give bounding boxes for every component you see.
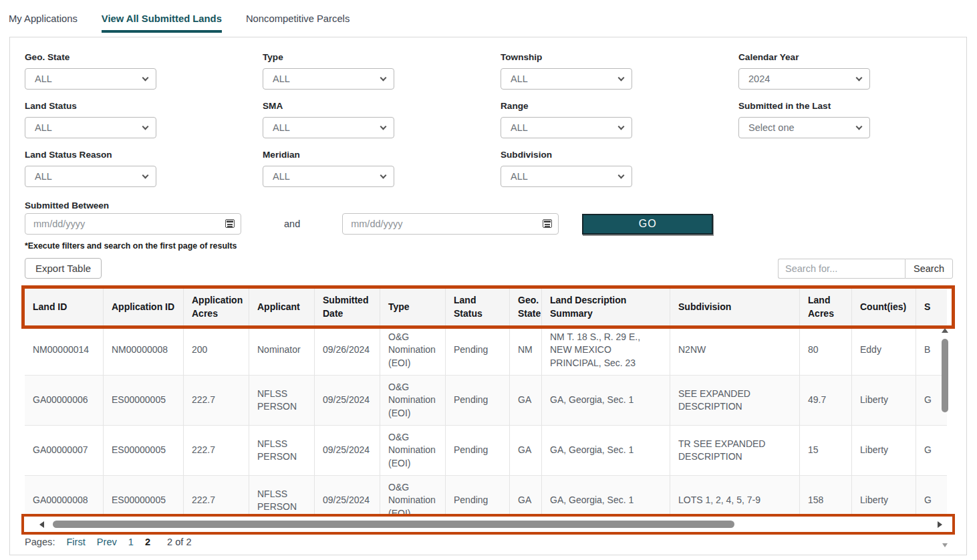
table-body: NM00000014NM00000008200Nominator09/26/20… [25, 325, 947, 515]
submitted-in-the-last-select[interactable]: Select one [738, 117, 870, 138]
table-cell: GA, Georgia, Sec. 1 [542, 476, 670, 515]
content-panel: Geo. StateALLTypeALLTownshipALLCalendar … [9, 37, 967, 555]
pagination: Pages: First Prev 12 2 of 2 [25, 537, 192, 547]
scroll-up-arrow-icon[interactable] [942, 328, 948, 333]
export-table-button[interactable]: Export Table [25, 258, 102, 279]
chevron-down-icon [380, 74, 387, 81]
filters-grid: Geo. StateALLTypeALLTownshipALLCalendar … [25, 52, 976, 187]
table-cell: Pending [446, 426, 510, 475]
table-cell: Pending [446, 376, 510, 425]
filter-label: Calendar Year [738, 52, 976, 62]
table-cell: Liberty [852, 426, 916, 475]
township-select[interactable]: ALL [501, 68, 632, 90]
pagination-page-2[interactable]: 2 [145, 537, 150, 547]
column-header: Submitted Date [315, 289, 380, 325]
table-search: Search [778, 259, 953, 279]
land-status-select[interactable]: ALL [25, 117, 156, 138]
table-row: NM00000014NM00000008200Nominator09/26/20… [25, 325, 947, 376]
table-cell: TR SEE EXPANDED DESCRIPTION [670, 426, 800, 475]
table-cell: 80 [800, 325, 852, 375]
tab-noncompetitive-parcels[interactable]: Noncompetitive Parcels [246, 13, 350, 33]
select-value: ALL [273, 74, 290, 84]
table-cell: LOTS 1, 2, 4, 5, 7-9 [670, 476, 800, 515]
chevron-down-icon [856, 123, 863, 130]
submitted-between-label: Submitted Between [25, 200, 109, 211]
table-cell: Pending [446, 325, 510, 375]
start-date-input[interactable] [25, 213, 241, 235]
table-cell: 15 [800, 426, 852, 475]
table-cell: 49.7 [800, 376, 852, 425]
chevron-down-icon [142, 123, 149, 130]
chevron-down-icon [142, 172, 149, 178]
table-cell: O&G Nomination (EOI) [380, 476, 446, 515]
submitted-between-row: and GO [25, 213, 713, 235]
table-cell: NM00000008 [104, 325, 184, 375]
pagination-summary: 2 of 2 [167, 537, 192, 547]
scroll-left-arrow-icon[interactable] [39, 521, 44, 528]
filter-label: SMA [263, 101, 501, 111]
table-cell: NM00000014 [25, 325, 104, 375]
vertical-scrollbar[interactable] [940, 292, 950, 551]
column-header: Type [380, 289, 446, 325]
filter-subdivision: SubdivisionALL [501, 150, 738, 187]
range-select[interactable]: ALL [501, 117, 632, 138]
horizontal-scrollbar[interactable] [25, 518, 948, 531]
meridian-select[interactable]: ALL [263, 166, 394, 187]
table-cell: NFLSS PERSON [249, 476, 315, 515]
chevron-down-icon [618, 74, 625, 81]
search-input[interactable] [778, 259, 905, 279]
go-button[interactable]: GO [582, 214, 713, 235]
submitted-lands-page: My Applications View All Submitted Lands… [0, 0, 977, 560]
table-cell: 222.7 [184, 476, 249, 515]
table-cell: ES00000005 [104, 376, 184, 425]
chevron-down-icon [618, 123, 625, 130]
calendar-icon[interactable] [543, 219, 552, 228]
column-header: Subdivision [670, 289, 800, 325]
table-header-row: Land IDApplication IDApplication AcresAp… [25, 289, 947, 325]
subdivision-select[interactable]: ALL [501, 166, 632, 187]
table-cell: NFLSS PERSON [249, 426, 315, 475]
filter-label: Land Status Reason [25, 150, 263, 160]
pagination-prev-link[interactable]: Prev [97, 537, 117, 547]
chevron-down-icon [618, 172, 625, 178]
table-cell: GA, Georgia, Sec. 1 [542, 426, 670, 475]
table-cell: N2NW [670, 325, 800, 375]
pagination-page-1[interactable]: 1 [128, 537, 134, 547]
tab-view-all-submitted-lands[interactable]: View All Submitted Lands [102, 13, 222, 33]
table-cell: GA [510, 426, 542, 475]
search-button[interactable]: Search [905, 259, 953, 279]
geo-state-select[interactable]: ALL [25, 68, 156, 90]
land-status-reason-select[interactable]: ALL [25, 166, 156, 187]
table-cell: GA [510, 476, 542, 515]
vertical-scrollbar-thumb[interactable] [942, 339, 948, 412]
filters-note: *Execute filters and search on the first… [25, 241, 237, 251]
filter-meridian: MeridianALL [263, 150, 501, 187]
calendar-year-select[interactable]: 2024 [738, 68, 870, 90]
type-select[interactable]: ALL [263, 68, 394, 90]
end-date-input[interactable] [342, 213, 559, 235]
column-header: Application Acres [184, 289, 249, 325]
table-cell: 09/25/2024 [315, 476, 380, 515]
select-value: ALL [273, 122, 290, 133]
select-value: ALL [35, 122, 52, 133]
table-cell: Liberty [852, 476, 916, 515]
column-header: Land Acres [800, 289, 852, 325]
calendar-icon[interactable] [225, 219, 235, 228]
sma-select[interactable]: ALL [263, 117, 394, 138]
tab-my-applications[interactable]: My Applications [9, 13, 78, 33]
table-row: GA00000006ES00000005222.7NFLSS PERSON09/… [25, 376, 947, 426]
filter-label: Geo. State [25, 52, 263, 62]
filter-label: Meridian [263, 150, 501, 160]
table-cell: Pending [446, 476, 510, 515]
filter-calendar-year: Calendar Year2024 [738, 52, 976, 90]
horizontal-scrollbar-thumb[interactable] [53, 521, 734, 528]
column-header: Geo. State [510, 289, 542, 325]
table-cell: 09/25/2024 [315, 426, 380, 475]
table-cell: O&G Nomination (EOI) [380, 376, 446, 425]
filter-label: Type [263, 52, 501, 62]
filter-submitted-in-the-last: Submitted in the LastSelect one [738, 101, 976, 138]
chevron-down-icon [380, 172, 387, 178]
pagination-first-link[interactable]: First [66, 537, 85, 547]
scroll-right-arrow-icon[interactable] [938, 521, 942, 528]
scroll-down-arrow-icon[interactable] [942, 543, 948, 547]
